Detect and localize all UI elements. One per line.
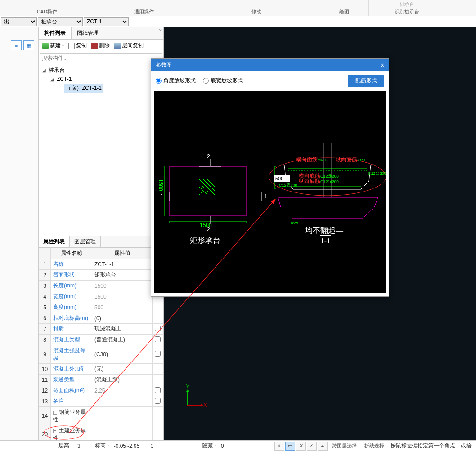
side-panel: × 构件列表 图纸管理 新建▾ 复制 删除 层间复制 ◢桩承台 ◢ZCT-1 （… xyxy=(39,27,164,440)
ribbon-group-draw: 绘图 xyxy=(319,0,369,16)
property-row[interactable]: 2截面形状矩形承台 xyxy=(39,270,163,281)
layer-copy-button[interactable]: 层间复制 xyxy=(112,41,145,50)
delete-button[interactable]: 删除 xyxy=(90,41,112,50)
chevron-down-icon: ▾ xyxy=(62,44,64,48)
dialog-canvas: 2 1500 1500 2 1 1 矩形承台 均不翻起— 1-1 横向面筋XMJ… xyxy=(154,91,386,293)
new-icon xyxy=(42,43,49,49)
param-dialog: 参数图 × 角度放坡形式 底宽放坡形式 配筋形式 xyxy=(151,58,389,297)
delete-icon xyxy=(91,43,98,49)
copy-button[interactable]: 复制 xyxy=(67,41,89,50)
pile-hatch xyxy=(199,179,215,195)
property-row[interactable]: 11泵送类型(混凝土泵) xyxy=(39,375,163,385)
property-row[interactable]: 14+钢筋业务属性 xyxy=(39,407,163,425)
ribbon-group-identify: 桩承台 识别桩承台 xyxy=(369,0,445,16)
prop-tabs: 属性列表 图层管理 xyxy=(39,236,163,248)
property-row[interactable]: 10混凝土外加剂(无) xyxy=(39,364,163,375)
cross-layer-select[interactable]: 跨图层选择 xyxy=(328,442,360,451)
close-icon[interactable]: × xyxy=(381,62,384,69)
property-row[interactable]: 7材质现浇混凝土 xyxy=(39,324,163,335)
side-tabs: 构件列表 图纸管理 xyxy=(39,27,163,40)
component-toolbar: 新建▾ 复制 删除 层间复制 xyxy=(39,40,163,52)
status-plus-icon[interactable]: + xyxy=(318,442,328,451)
selector-1[interactable]: 出 xyxy=(1,17,37,26)
ribbon-group-common: 通用操作 xyxy=(94,0,193,16)
section-caption-bot: 1-1 xyxy=(320,235,331,246)
ribbon-group-modify: 修改 xyxy=(193,0,319,16)
axis-y xyxy=(187,392,188,406)
property-row[interactable]: 13备注 xyxy=(39,396,163,407)
property-row[interactable]: 6相对底标高(m)(0) xyxy=(39,313,163,324)
chevron-down-icon: ◢ xyxy=(42,68,47,73)
chevron-down-icon: ◢ xyxy=(50,77,55,82)
selector-2[interactable]: 桩承台 xyxy=(38,17,83,26)
plan-caption: 矩形承台 xyxy=(190,235,220,246)
status-ortho-icon[interactable]: ▭ xyxy=(285,442,295,451)
property-row[interactable]: 12截面面积(m²)2.25 xyxy=(39,385,163,396)
property-row[interactable]: 4宽度(mm)1500 xyxy=(39,291,163,302)
tree-item-zct1[interactable]: ◢ZCT-1 xyxy=(42,75,160,83)
height-input[interactable] xyxy=(274,175,290,182)
property-row[interactable]: 1名称ZCT-1-1 xyxy=(39,259,163,270)
property-table: 属性名称属性值 1名称ZCT-1-12截面形状矩形承台3长度(mm)15004宽… xyxy=(39,248,163,451)
axis-x xyxy=(187,405,201,406)
tab-layers[interactable]: 图层管理 xyxy=(70,236,101,247)
status-angle-icon[interactable]: ∠ xyxy=(307,442,317,451)
new-button[interactable]: 新建▾ xyxy=(40,41,66,50)
dialog-titlebar[interactable]: 参数图 × xyxy=(151,59,389,71)
tree-item-zct1-1[interactable]: （底）ZCT-1-1 xyxy=(42,83,160,94)
layers-icon xyxy=(114,43,121,49)
radio-width-slope[interactable]: 底宽放坡形式 xyxy=(203,77,243,85)
property-row[interactable]: 3长度(mm)1500 xyxy=(39,281,163,291)
view-list-icon[interactable]: ≡ xyxy=(11,40,22,50)
rebar-form-button[interactable]: 配筋形式 xyxy=(348,75,384,87)
status-osnap-icon[interactable]: ✕ xyxy=(296,442,306,451)
view-grid-icon[interactable]: ▦ xyxy=(23,40,34,50)
tab-attributes[interactable]: 属性列表 xyxy=(39,236,70,247)
polyline-select[interactable]: 折线选择 xyxy=(361,442,388,451)
status-snap-icon[interactable]: ⌖ xyxy=(274,442,284,451)
selector-bar: 出 桩承台 ZCT-1 xyxy=(0,16,476,27)
left-panel: ≡ ▦ xyxy=(0,27,39,440)
ribbon: CAD操作 通用操作 修改 绘图 桩承台 识别桩承台 xyxy=(0,0,476,16)
side-panel-close-icon[interactable]: × xyxy=(159,28,162,33)
status-bar: 层高：3 标高：-0.05~2.95 0 隐藏：0 ⌖ ▭ ✕ ∠ + 跨图层选… xyxy=(0,440,476,451)
selector-3[interactable]: ZCT-1 xyxy=(84,17,129,26)
tab-drawings[interactable]: 图纸管理 xyxy=(72,27,104,39)
tree-item-root[interactable]: ◢桩承台 xyxy=(42,66,160,75)
property-row[interactable]: 5高度(mm)500 xyxy=(39,302,163,313)
property-row[interactable]: 8混凝土类型(普通混凝土) xyxy=(39,335,163,345)
section-caption-top: 均不翻起— xyxy=(305,225,343,236)
search-input[interactable] xyxy=(40,53,162,63)
component-tree: ◢桩承台 ◢ZCT-1 （底）ZCT-1-1 xyxy=(39,64,163,236)
radio-angle-slope[interactable]: 角度放坡形式 xyxy=(156,77,196,85)
tab-components[interactable]: 构件列表 xyxy=(39,27,72,39)
copy-icon xyxy=(68,43,75,49)
property-row[interactable]: 9混凝土强度等级(C30) xyxy=(39,345,163,364)
ribbon-group-cad: CAD操作 xyxy=(0,0,94,16)
